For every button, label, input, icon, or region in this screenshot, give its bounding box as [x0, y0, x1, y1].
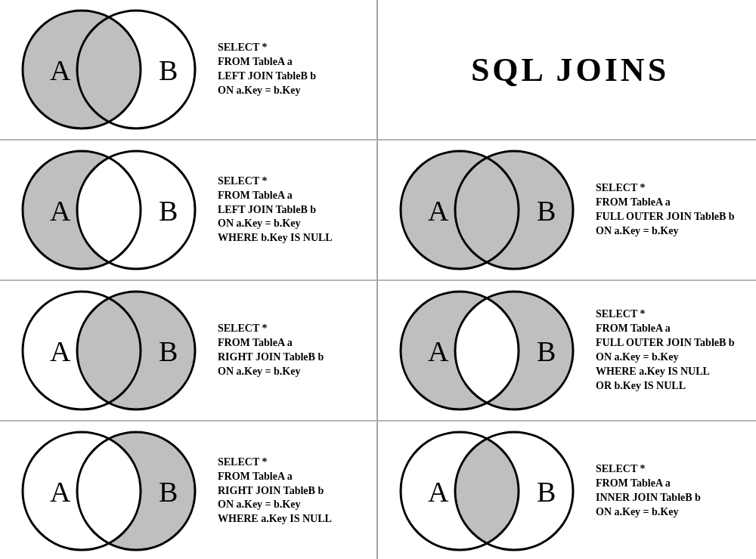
venn-label-a: A: [50, 54, 71, 86]
sql-left-join: SELECT * FROM TableA a LEFT JOIN TableB …: [204, 41, 369, 98]
venn-left-join: A B: [14, 6, 204, 133]
venn-label-b: B: [159, 335, 178, 367]
panel-right-join: A B SELECT * FROM TableA a RIGHT JOIN Ta…: [0, 281, 378, 422]
sql-right-join: SELECT * FROM TableA a RIGHT JOIN TableB…: [204, 322, 369, 379]
title-cell: SQL JOINS: [378, 0, 756, 141]
venn-label-a: A: [50, 195, 71, 227]
sql-full-outer-excl: SELECT * FROM TableA a FULL OUTER JOIN T…: [582, 307, 748, 393]
venn-label-a: A: [428, 335, 449, 367]
sql-left-excl: SELECT * FROM TableA a LEFT JOIN TableB …: [204, 174, 369, 246]
panel-right-excl: A B SELECT * FROM TableA a RIGHT JOIN Ta…: [0, 422, 378, 559]
panel-left-excl: A B SELECT * FROM TableA a LEFT JOIN Tab…: [0, 141, 378, 281]
venn-label-b: B: [537, 195, 556, 227]
venn-inner-join: A B: [392, 428, 582, 554]
grid-container: A B SELECT * FROM TableA a LEFT JOIN Tab…: [0, 0, 756, 559]
venn-right-excl: A B: [14, 428, 204, 554]
venn-label-a: A: [50, 335, 71, 367]
venn-label-b: B: [537, 476, 556, 508]
page-title: SQL JOINS: [471, 51, 669, 89]
venn-label-a: A: [428, 195, 449, 227]
venn-label-b: B: [159, 476, 178, 508]
panel-inner-join: A B SELECT * FROM TableA a INNER JOIN Ta…: [378, 422, 756, 559]
venn-right-join: A B: [14, 287, 204, 414]
venn-label-a: A: [428, 476, 449, 508]
venn-full-outer-excl: A B: [392, 287, 582, 414]
venn-left-excl: A B: [14, 147, 204, 273]
panel-left-join: A B SELECT * FROM TableA a LEFT JOIN Tab…: [0, 0, 378, 141]
panel-full-outer: A B SELECT * FROM TableA a FULL OUTER JO…: [378, 141, 756, 281]
sql-full-outer: SELECT * FROM TableA a FULL OUTER JOIN T…: [582, 181, 748, 239]
venn-label-b: B: [159, 195, 178, 227]
venn-label-a: A: [50, 476, 71, 508]
venn-full-outer: A B: [392, 147, 582, 273]
sql-inner-join: SELECT * FROM TableA a INNER JOIN TableB…: [582, 462, 748, 520]
sql-right-excl: SELECT * FROM TableA a RIGHT JOIN TableB…: [204, 456, 369, 527]
venn-label-b: B: [537, 335, 556, 367]
venn-label-b: B: [159, 54, 178, 86]
panel-full-outer-excl: A B SELECT * FROM TableA a FULL OUTER JO…: [378, 281, 756, 422]
